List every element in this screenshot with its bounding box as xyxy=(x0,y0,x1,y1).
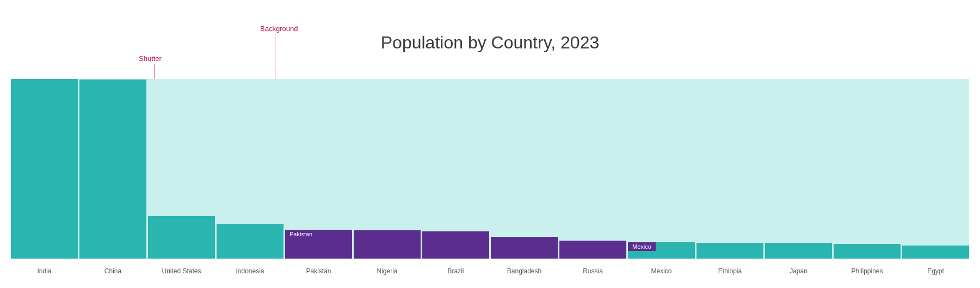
chart-title: Population by Country, 2023 xyxy=(381,33,599,53)
country-col-united-states: United States xyxy=(148,79,215,259)
bar-fill-ethiopia xyxy=(697,243,763,259)
country-col-russia: Russia xyxy=(559,79,626,259)
bar-fill-indonesia xyxy=(217,224,283,259)
country-label-brazil: Brazil xyxy=(447,267,464,275)
country-tag-pakistan: Pakistan xyxy=(285,230,317,238)
bar-fill-brazil xyxy=(422,231,489,259)
country-col-japan: Japan xyxy=(765,79,832,259)
bar-fill-russia xyxy=(559,241,626,259)
country-label-bangladesh: Bangladesh xyxy=(507,267,541,275)
country-label-mexico: Mexico xyxy=(651,267,671,275)
bar-fill-united-states xyxy=(148,216,215,259)
country-label-japan: Japan xyxy=(790,267,808,275)
country-col-philippines: Philippines xyxy=(834,79,901,259)
country-col-bangladesh: Bangladesh xyxy=(491,79,558,259)
country-col-india: India xyxy=(11,79,78,259)
country-label-egypt: Egypt xyxy=(927,267,944,275)
country-col-egypt: Egypt xyxy=(902,79,969,259)
country-col-indonesia: Indonesia xyxy=(217,79,283,259)
country-col-pakistan: PakistanPakistan xyxy=(285,79,352,259)
bars-container: IndiaChinaUnited StatesIndonesiaPakistan… xyxy=(11,79,969,259)
country-col-ethiopia: Ethiopia xyxy=(697,79,763,259)
country-col-brazil: Brazil xyxy=(422,79,489,259)
shutter-annotation: Shutter xyxy=(139,54,162,63)
country-label-pakistan: Pakistan xyxy=(306,267,331,275)
bar-fill-china xyxy=(79,79,146,259)
country-col-nigeria: Nigeria xyxy=(354,79,421,259)
country-label-indonesia: Indonesia xyxy=(236,267,264,275)
country-label-nigeria: Nigeria xyxy=(377,267,397,275)
country-label-china: China xyxy=(104,267,121,275)
bar-fill-egypt xyxy=(902,246,969,259)
country-label-india: India xyxy=(37,267,51,275)
bar-fill-philippines xyxy=(834,244,901,259)
country-col-mexico: MexicoMexico xyxy=(628,79,695,259)
chart-container: Population by Country, 2023 Shutter Back… xyxy=(0,0,980,288)
country-col-china: China xyxy=(79,79,146,259)
country-label-russia: Russia xyxy=(583,267,603,275)
country-label-philippines: Philippines xyxy=(851,267,883,275)
country-tag-mexico: Mexico xyxy=(628,242,656,251)
background-annotation: Background xyxy=(260,24,298,33)
country-label-ethiopia: Ethiopia xyxy=(718,267,742,275)
bar-fill-india xyxy=(11,79,78,259)
bar-fill-bangladesh xyxy=(491,237,558,259)
bar-fill-nigeria xyxy=(354,230,421,259)
background-arrow-line xyxy=(275,34,275,80)
country-label-united-states: United States xyxy=(162,267,201,275)
bar-fill-japan xyxy=(765,243,832,259)
